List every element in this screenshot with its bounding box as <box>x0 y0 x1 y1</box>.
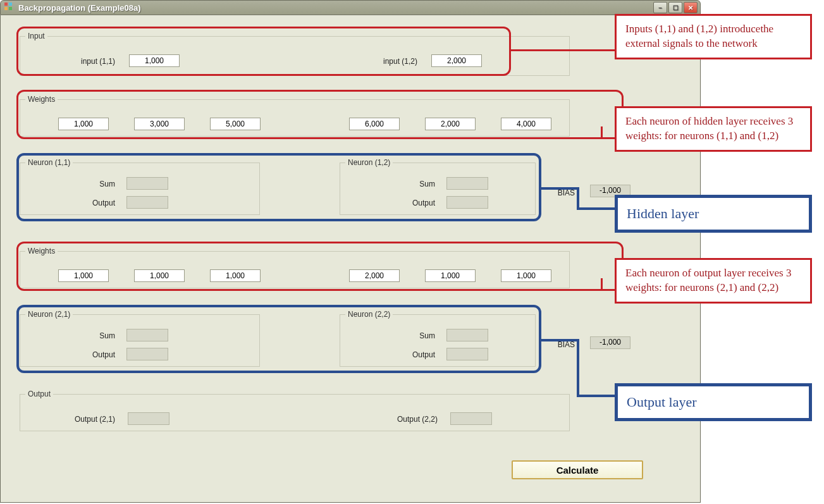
input-group-legend: Input <box>25 32 47 40</box>
weights-output-legend: Weights <box>25 247 58 255</box>
neuron-1-2-legend: Neuron (1,2) <box>345 158 393 167</box>
window-title: Backpropagation (Example08a) <box>18 3 653 13</box>
output-2-2-field <box>450 412 492 425</box>
weights-hidden-1[interactable] <box>58 118 109 130</box>
neuron-2-2-group: Neuron (2,2) Sum Output <box>340 310 536 367</box>
neuron-2-1-legend: Neuron (2,1) <box>25 310 73 319</box>
annotation-callout-hidden-layer: Hidden layer <box>615 195 812 233</box>
neuron-1-1-sum-field <box>126 177 168 190</box>
neuron-2-2-legend: Neuron (2,2) <box>345 310 393 319</box>
output-group-legend: Output <box>25 390 53 398</box>
app-window: Backpropagation (Example08a) – ☐ ✕ Input… <box>0 0 824 504</box>
neuron-1-1-group: Neuron (1,1) Sum Output <box>20 158 260 215</box>
close-button[interactable]: ✕ <box>684 2 698 13</box>
weights-hidden-5[interactable] <box>425 118 476 130</box>
neuron-1-1-legend: Neuron (1,1) <box>25 158 73 167</box>
neuron-1-1-sum-label: Sum <box>83 180 115 188</box>
input-1-2-field[interactable] <box>431 54 482 67</box>
neuron-2-1-out-label: Output <box>83 350 115 359</box>
window-controls: – ☐ ✕ <box>653 2 698 13</box>
output-2-1-field <box>128 412 169 425</box>
neuron-1-2-group: Neuron (1,2) Sum Output <box>340 158 536 215</box>
neuron-1-2-out-field <box>446 196 488 209</box>
neuron-1-1-out-label: Output <box>83 199 115 207</box>
weights-output-4[interactable] <box>349 269 400 282</box>
bias-output-label: BIAS <box>550 340 575 349</box>
neuron-2-2-sum-field <box>446 329 488 341</box>
neuron-2-1-group: Neuron (2,1) Sum Output <box>20 310 260 367</box>
weights-hidden-group: Weights <box>20 95 570 137</box>
weights-output-1[interactable] <box>58 269 109 282</box>
titlebar[interactable]: Backpropagation (Example08a) – ☐ ✕ <box>0 0 701 15</box>
app-icon <box>4 3 15 13</box>
output-group: Output Output (2,1) Output (2,2) <box>20 390 570 431</box>
neuron-2-2-sum-label: Sum <box>403 331 435 340</box>
weights-hidden-3[interactable] <box>210 118 261 130</box>
neuron-2-2-out-field <box>446 348 488 360</box>
input-1-2-label: input (1,2) <box>367 57 417 66</box>
output-2-1-label: Output (2,1) <box>52 415 115 424</box>
weights-hidden-4[interactable] <box>349 118 400 130</box>
weights-output-6[interactable] <box>501 269 551 282</box>
neuron-1-2-sum-field <box>446 177 488 190</box>
neuron-2-1-sum-label: Sum <box>83 331 115 340</box>
neuron-1-2-sum-label: Sum <box>403 180 435 188</box>
weights-hidden-6[interactable] <box>501 118 551 130</box>
weights-output-2[interactable] <box>134 269 185 282</box>
annotation-callout-inputs: Inputs (1,1) and (1,2) introducethe exte… <box>615 14 812 59</box>
neuron-1-1-out-field <box>126 196 168 209</box>
neuron-2-1-sum-field <box>126 329 168 341</box>
calculate-button[interactable]: Calculate <box>512 460 643 479</box>
bias-output-field: -1,000 <box>590 336 630 349</box>
annotation-callout-weights-hidden: Each neuron of hidden layer receives 3 w… <box>615 106 812 152</box>
annotation-callout-weights-output: Each neuron of output layer receives 3 w… <box>615 258 812 304</box>
neuron-2-1-out-field <box>126 348 168 360</box>
input-group: Input input (1,1) input (1,2) <box>20 32 570 76</box>
maximize-button[interactable]: ☐ <box>668 2 682 13</box>
output-2-2-label: Output (2,2) <box>374 415 438 424</box>
weights-output-5[interactable] <box>425 269 476 282</box>
minimize-button[interactable]: – <box>653 2 667 13</box>
client-area: Input input (1,1) input (1,2) Weights Ne… <box>0 15 701 503</box>
bias-hidden-label: BIAS <box>550 188 575 197</box>
form-area: Input input (1,1) input (1,2) Weights Ne… <box>8 22 692 496</box>
input-1-1-label: input (1,1) <box>65 57 115 66</box>
neuron-1-2-out-label: Output <box>403 199 435 207</box>
weights-output-group: Weights <box>20 247 570 288</box>
annotation-callout-output-layer: Output layer <box>615 383 812 421</box>
input-1-1-field[interactable] <box>129 54 180 67</box>
weights-output-3[interactable] <box>210 269 261 282</box>
weights-hidden-legend: Weights <box>25 95 58 104</box>
weights-hidden-2[interactable] <box>134 118 185 130</box>
neuron-2-2-out-label: Output <box>403 350 435 359</box>
